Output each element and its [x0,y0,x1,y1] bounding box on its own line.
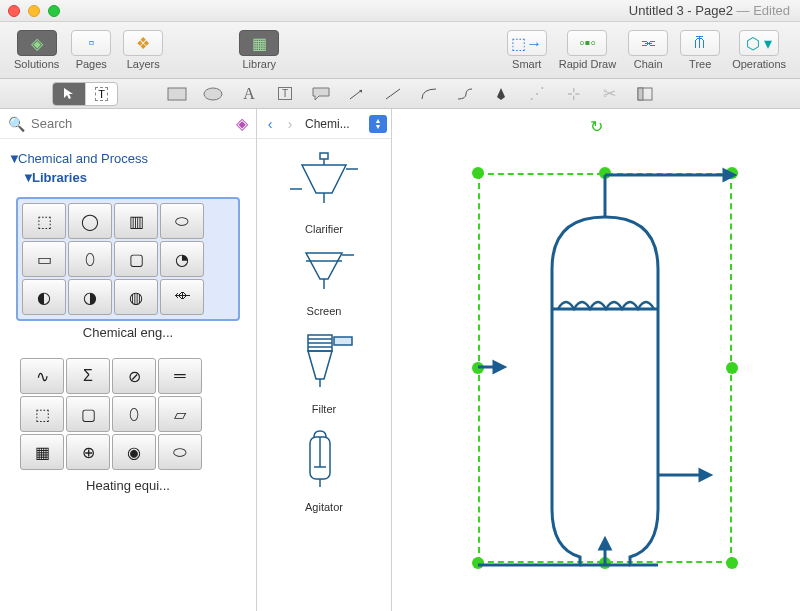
library-label-1: Chemical eng... [8,325,248,340]
library-prev-button[interactable]: ‹ [261,115,279,133]
smart-button[interactable]: ⬚→ Smart [501,28,553,72]
operations-icon: ⬡ ▾ [746,34,772,53]
solutions-icon: ◈ [31,34,43,53]
add-point-tool[interactable]: ⊹ [562,85,584,103]
main-toolbar: ◈ Solutions ▫ Pages ❖ Layers ▦ Library ⬚… [0,22,800,79]
textbox-shape[interactable]: T [274,85,296,103]
cursor-mode-segment: T [52,82,118,106]
search-input[interactable] [31,116,230,131]
solutions-tree: ▼Chemical and Process ▼Libraries ⬚ ◯ ▥ ⬭… [0,139,256,517]
svg-rect-5 [638,88,643,100]
canvas[interactable]: ↻ [392,109,800,611]
smart-icon: ⬚→ [511,34,542,53]
left-tool-group: ◈ Solutions ▫ Pages ❖ Layers [8,28,169,72]
solutions-button[interactable]: ◈ Solutions [8,28,65,72]
lib-cell: ◐ [22,279,66,315]
rapid-draw-button[interactable]: ◦▪◦ Rapid Draw [553,28,622,72]
smart-label: Smart [512,58,541,70]
layers-icon: ❖ [136,34,150,53]
clarifier-label: Clarifier [305,223,343,235]
library-strip: ‹ › Chemi... ▲▼ Clarifier Screen Filter … [257,109,392,611]
tree-label: Tree [689,58,711,70]
lib-cell: ∿ [20,358,64,394]
library-chemical-eng[interactable]: ⬚ ◯ ▥ ⬭ ▭ ⬯ ▢ ◔ ◐ ◑ ◍ ⬲ [16,197,240,321]
library-dropdown-button[interactable]: ▲▼ [369,115,387,133]
layers-button[interactable]: ❖ Layers [117,28,169,72]
library-item-clarifier[interactable]: Clarifier [257,145,391,243]
pages-label: Pages [76,58,107,70]
lib-cell: ⬚ [20,396,64,432]
lib-cell: Σ [66,358,110,394]
rapid-draw-icon: ◦▪◦ [579,34,596,52]
close-window-button[interactable] [8,5,20,17]
pen-tool[interactable] [490,85,512,103]
svg-rect-0 [168,88,186,100]
filter-label: Filter [312,403,336,415]
library-item-agitator[interactable]: Agitator [257,423,391,521]
svg-rect-18 [334,337,352,345]
split-tool[interactable]: ✂ [598,85,620,103]
library-button[interactable]: ▦ Library [233,28,285,72]
library-label: Library [242,58,276,70]
layers-label: Layers [127,58,160,70]
panel-icon[interactable] [634,85,656,103]
lib-cell: ⬚ [22,203,66,239]
library-item-filter[interactable]: Filter [257,325,391,423]
lib-cell: ◉ [112,434,156,470]
rapid-draw-label: Rapid Draw [559,58,616,70]
lib-cell: ◍ [114,279,158,315]
lib-cell: ▢ [66,396,110,432]
edit-points-tool[interactable]: ⋰ [526,85,548,103]
rectangle-shape[interactable] [166,85,188,103]
library-next-button[interactable]: › [281,115,299,133]
maximize-window-button[interactable] [48,5,60,17]
curve-shape[interactable] [418,85,440,103]
chain-icon: ⫘ [640,34,656,52]
svg-line-2 [350,90,362,99]
shapes-row: A T ⋰ ⊹ ✂ [166,85,656,103]
connector-shape[interactable] [454,85,476,103]
library-item-screen[interactable]: Screen [257,243,391,325]
agitator-label: Agitator [305,501,343,513]
text-tool[interactable]: T [85,83,117,105]
filter-icon [284,329,364,399]
chain-button[interactable]: ⫘ Chain [622,28,674,72]
lib-cell: ◯ [68,203,112,239]
tree-root-chemical[interactable]: ▼Chemical and Process [8,149,248,168]
lib-cell: ▥ [114,203,158,239]
svg-rect-6 [320,153,328,159]
lib-cell: ═ [158,358,202,394]
agitator-icon [284,427,364,497]
operations-button[interactable]: ⬡ ▾ Operations [726,28,792,72]
canvas-shape-vessel[interactable] [462,149,742,589]
search-icon: 🔍 [8,116,25,132]
library-icon: ▦ [252,34,267,53]
rotation-handle[interactable]: ↻ [590,117,603,136]
pages-icon: ▫ [88,34,94,52]
library-label-2: Heating equi... [8,478,248,493]
screen-icon [284,247,364,301]
ellipse-shape[interactable] [202,85,224,103]
lib-cell: ▢ [114,241,158,277]
solutions-filter-icon[interactable]: ◈ [236,114,248,133]
chain-label: Chain [634,58,663,70]
line-shape[interactable] [382,85,404,103]
callout-shape[interactable] [310,85,332,103]
library-items: Clarifier Screen Filter Agitator [257,139,391,611]
tree-libraries[interactable]: ▼Libraries [22,168,248,187]
lib-cell: ⬲ [160,279,204,315]
library-heating-equi[interactable]: ∿ Σ ⊘ ═ ⬚ ▢ ⬯ ▱ ▦ ⊕ ◉ ⬭ [16,354,240,474]
lib-cell: ▦ [20,434,64,470]
arrow-shape[interactable] [346,85,368,103]
tree-button[interactable]: ⫚ Tree [674,28,726,72]
minimize-window-button[interactable] [28,5,40,17]
svg-line-3 [386,89,400,99]
pages-button[interactable]: ▫ Pages [65,28,117,72]
lib-cell: ▭ [22,241,66,277]
text-shape[interactable]: A [238,85,260,103]
pointer-tool[interactable] [53,83,85,105]
shape-toolbar: T A T ⋰ ⊹ ✂ [0,79,800,109]
tree-icon: ⫚ [692,34,708,52]
document-title: Untitled 3 - Page2 [629,3,733,18]
svg-point-1 [204,88,222,100]
